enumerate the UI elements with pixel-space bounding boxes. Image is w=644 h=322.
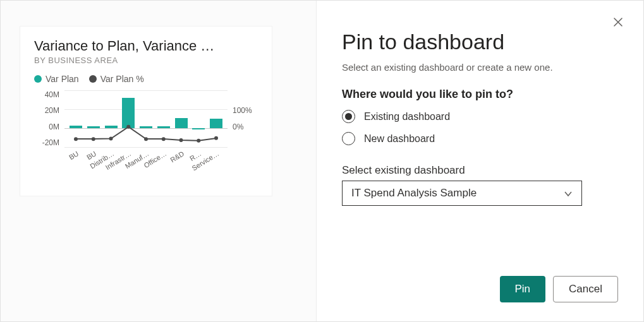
y-axis-left: 40M 20M 0M -20M xyxy=(34,90,62,147)
dashboard-select[interactable]: IT Spend Analysis Sample xyxy=(342,181,582,206)
dialog-title: Pin to dashboard xyxy=(342,30,618,54)
svg-point-5 xyxy=(162,137,166,141)
legend-label: Var Plan % xyxy=(100,74,144,84)
swatch-teal-icon xyxy=(34,75,42,83)
select-existing-label: Select existing dashboard xyxy=(342,164,618,177)
svg-point-0 xyxy=(74,137,78,141)
radio-label: Existing dashboard xyxy=(364,111,450,122)
tile-title: Variance to Plan, Variance … xyxy=(34,38,258,54)
radio-icon xyxy=(342,132,355,145)
y-axis-right: . 100% 0% . xyxy=(230,90,258,147)
svg-point-4 xyxy=(144,137,148,141)
select-value: IT Spend Analysis Sample xyxy=(351,187,477,200)
pin-to-dashboard-dialog: Variance to Plan, Variance … BY BUSINESS… xyxy=(0,0,644,322)
chevron-down-icon xyxy=(564,189,573,198)
y-tick: 40M xyxy=(34,90,59,99)
y-tick: 0% xyxy=(233,122,258,131)
tile-preview-pane: Variance to Plan, Variance … BY BUSINESS… xyxy=(1,1,317,321)
x-tick-label: BU xyxy=(68,150,80,161)
legend-item-var-plan-pct: Var Plan % xyxy=(89,74,144,84)
close-button[interactable] xyxy=(611,15,626,30)
legend-label: Var Plan xyxy=(46,74,79,84)
svg-point-3 xyxy=(126,125,130,129)
swatch-gray-icon xyxy=(89,75,97,83)
pin-target-question: Where would you like to pin to? xyxy=(342,88,618,101)
legend-item-var-plan: Var Plan xyxy=(34,74,79,84)
y-tick: 0M xyxy=(34,122,59,131)
radio-existing-dashboard[interactable]: Existing dashboard xyxy=(342,110,618,123)
tile-subtitle: BY BUSINESS AREA xyxy=(34,56,258,65)
y-tick: -20M xyxy=(34,138,59,147)
svg-point-6 xyxy=(179,138,183,142)
chart-plot xyxy=(64,90,228,147)
radio-icon xyxy=(342,110,355,123)
close-icon xyxy=(614,18,623,27)
svg-point-7 xyxy=(197,139,200,143)
x-axis: BUBUDistrib…Infrastr…Manuf…Office…R&DR…S… xyxy=(64,148,228,176)
pin-button[interactable]: Pin xyxy=(500,276,546,302)
y-tick: 100% xyxy=(233,106,258,115)
radio-new-dashboard[interactable]: New dashboard xyxy=(342,132,618,145)
radio-label: New dashboard xyxy=(364,133,435,145)
chart-legend: Var Plan Var Plan % xyxy=(34,74,258,84)
chart-tile: Variance to Plan, Variance … BY BUSINESS… xyxy=(20,26,272,196)
svg-point-1 xyxy=(92,137,95,141)
cancel-button[interactable]: Cancel xyxy=(553,276,618,302)
dialog-footer: Pin Cancel xyxy=(342,276,618,309)
dialog-form-pane: Pin to dashboard Select an existing dash… xyxy=(317,1,643,321)
svg-point-8 xyxy=(214,136,218,140)
chart-area: 40M 20M 0M -20M . 100% 0% . BUBUDistrib…… xyxy=(34,90,258,179)
dialog-subtitle: Select an existing dashboard or create a… xyxy=(342,62,618,73)
svg-point-2 xyxy=(109,137,113,141)
y-tick: 20M xyxy=(34,106,59,115)
